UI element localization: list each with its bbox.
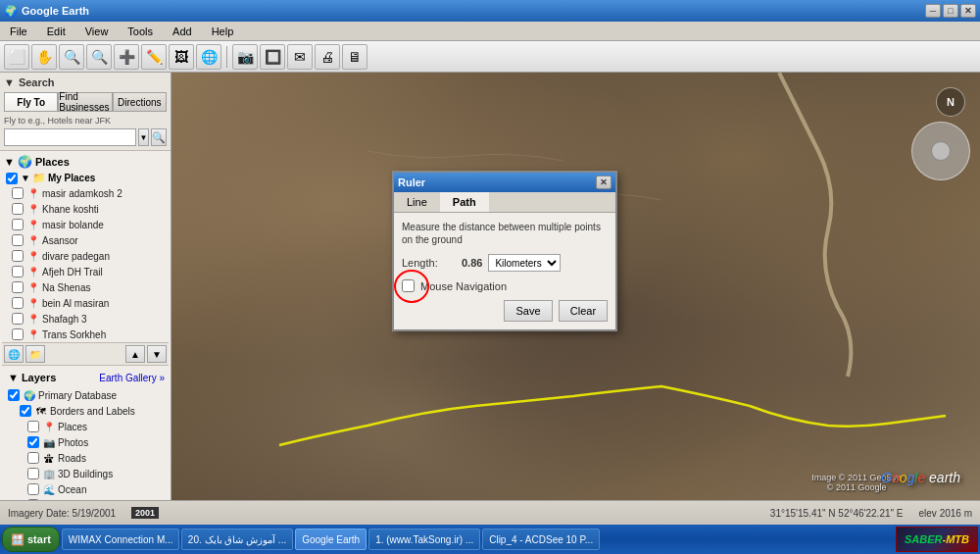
place-item-2[interactable]: 📍 masir bolande [2,217,169,232]
toolbar-btn-9[interactable]: 📷 [232,44,258,70]
toolbar-btn-4[interactable]: 🔍 [86,44,112,70]
mouse-nav-checkbox[interactable] [402,279,415,292]
toolbar-btn-7[interactable]: 🖼 [169,44,194,70]
place-checkbox-8[interactable] [12,313,24,325]
layer-checkbox-1[interactable] [20,405,31,417]
fly-to-dropdown[interactable]: ▼ [138,128,149,146]
search-header[interactable]: ▼ Search [4,76,167,88]
left-panel: ▼ Search Fly To Find Businesses Directio… [0,73,172,500]
map-area[interactable]: N Image © 2011 GeoEye © 2011 Google Goog… [172,73,980,500]
layer-label-6: Ocean [58,484,86,495]
toolbar-btn-11[interactable]: ✉ [287,44,313,70]
panel-down-button[interactable]: ▼ [147,345,167,363]
place-checkbox-3[interactable] [12,234,24,246]
place-item-7[interactable]: 📍 bein Al masiran [2,295,169,311]
app-icon: 🌍 [4,5,18,18]
toolbar-btn-6[interactable]: ✏️ [141,44,167,70]
maximize-button[interactable]: □ [943,4,958,18]
tab-directions[interactable]: Directions [113,92,167,112]
layer-checkbox-6[interactable] [27,483,39,495]
toolbar-btn-2[interactable]: ✋ [31,44,57,70]
panel-folder-button[interactable]: 📁 [25,345,45,363]
place-checkbox-0[interactable] [12,187,24,199]
start-button[interactable]: 🪟 start [2,527,60,552]
dialog-save-button[interactable]: Save [504,300,553,322]
layer-checkbox-3[interactable] [27,436,39,448]
place-item-1[interactable]: 📍 Khane koshti [2,201,169,217]
menu-file[interactable]: File [4,24,33,39]
layer-ocean[interactable]: 🌊 Ocean [4,481,167,497]
taskbar-logo: SABER -MTB [896,527,978,552]
menu-view[interactable]: View [79,24,115,39]
place-checkbox-7[interactable] [12,297,24,309]
nav-ring-inner[interactable] [931,141,951,161]
layer-checkbox-4[interactable] [27,452,39,464]
layer-weather[interactable]: ☁ Weather [4,497,167,500]
toolbar-btn-1[interactable]: ⬜ [4,44,29,70]
google-earth-text: Google earth [881,470,960,485]
layer-photos[interactable]: 📷 Photos [4,434,167,450]
taskbar-item-3[interactable]: 1. (www.TakSong.ir) ... [368,529,480,550]
menu-add[interactable]: Add [167,24,198,39]
taskbar-item-1[interactable]: 20. آموزش شاق بایک ... [181,529,293,550]
my-places-checkbox[interactable] [6,173,18,184]
place-item-6[interactable]: 📍 Na Shenas [2,279,169,295]
toolbar-btn-10[interactable]: 🔲 [260,44,285,70]
layer-checkbox-0[interactable] [8,389,20,401]
fly-to-search-button[interactable]: 🔍 [151,128,167,146]
place-item-5[interactable]: 📍 Afjeh DH Trail [2,264,169,279]
place-item-4[interactable]: 📍 divare padegan [2,248,169,264]
place-checkbox-1[interactable] [12,203,24,215]
logo-text: SABER [905,533,943,545]
layer-checkbox-5[interactable] [27,468,39,479]
layer-places[interactable]: 📍 Places [4,419,167,434]
layer-primary-db[interactable]: 🌍 Primary Database [4,387,167,403]
place-checkbox-4[interactable] [12,250,24,262]
place-item-0[interactable]: 📍 masir adamkosh 2 [2,185,169,201]
menu-help[interactable]: Help [206,24,240,39]
nav-ring[interactable] [911,122,970,180]
menu-edit[interactable]: Edit [41,24,72,39]
dialog-unit-select[interactable]: Kilometers Miles Meters Feet [488,254,561,272]
dialog-tab-path[interactable]: Path [440,192,489,212]
layers-title[interactable]: ▼ Layers [6,370,58,385]
layer-checkbox-7[interactable] [27,499,39,500]
menu-tools[interactable]: Tools [122,24,159,39]
layer-icon-4: 🛣 [42,451,56,465]
panel-up-button[interactable]: ▲ [125,345,145,363]
place-item-9[interactable]: 📍 Trans Sorkheh [2,327,169,342]
panel-add-button[interactable]: 🌐 [4,345,24,363]
tab-find-businesses[interactable]: Find Businesses [58,92,112,112]
place-checkbox-9[interactable] [12,328,24,340]
taskbar-item-2[interactable]: Google Earth [295,529,367,550]
toolbar-btn-8[interactable]: 🌐 [196,44,221,70]
place-checkbox-2[interactable] [12,219,24,230]
close-button[interactable]: ✕ [960,4,976,18]
layer-3d-buildings[interactable]: 🏢 3D Buildings [4,466,167,481]
toolbar-btn-13[interactable]: 🖥 [342,44,368,70]
layer-roads[interactable]: 🛣 Roads [4,450,167,466]
place-item-3[interactable]: 📍 Asansor [2,232,169,248]
fly-to-input[interactable] [4,128,136,146]
place-checkbox-5[interactable] [12,266,24,277]
toolbar-btn-5[interactable]: ➕ [114,44,139,70]
my-places-expand[interactable]: ▼ [21,173,30,183]
layer-checkbox-2[interactable] [27,421,39,432]
place-checkbox-6[interactable] [12,281,24,293]
dialog-clear-button[interactable]: Clear [559,300,608,322]
my-places-header[interactable]: ▼ 📁 My Places [2,171,169,185]
toolbar-btn-12[interactable]: 🖨 [315,44,340,70]
taskbar-item-0[interactable]: WIMAX Connection M... [62,529,179,550]
places-header[interactable]: ▼ 🌍 Places [2,153,169,171]
search-title-label: Search [19,76,55,88]
tab-fly-to[interactable]: Fly To [4,92,58,112]
taskbar-item-4[interactable]: Clip_4 - ACDSee 10 P... [482,529,600,550]
place-item-8[interactable]: 📍 Shafagh 3 [2,311,169,327]
earth-gallery-link[interactable]: Earth Gallery » [99,373,165,383]
toolbar-btn-3[interactable]: 🔍 [59,44,84,70]
minimize-button[interactable]: ─ [925,4,941,18]
layer-borders[interactable]: 🗺 Borders and Labels [4,403,167,419]
dialog-close-button[interactable]: ✕ [596,176,612,189]
dialog-tab-line[interactable]: Line [394,192,440,212]
places-tree: 📍 masir adamkosh 2 📍 Khane koshti 📍 masi… [2,185,169,342]
